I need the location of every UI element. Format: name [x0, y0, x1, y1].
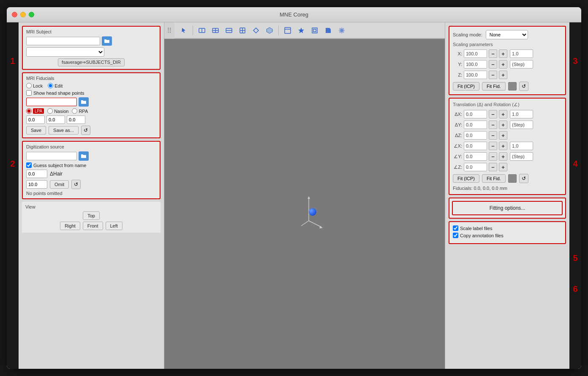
svg-marker-16	[308, 196, 310, 199]
translation-fit-icp-button[interactable]: Fit (ICP)	[453, 174, 479, 183]
save-as-button[interactable]: Save as...	[49, 126, 79, 134]
z-coord-input[interactable]	[67, 115, 85, 124]
subject-input[interactable]	[26, 37, 100, 45]
ry-plus[interactable]: +	[499, 152, 507, 161]
y-scaling-input[interactable]	[464, 60, 487, 69]
rx-step[interactable]	[510, 142, 533, 150]
cursor-tool-button[interactable]	[178, 25, 190, 36]
omit-row: Omit ↺	[26, 180, 156, 189]
x-scaling-minus[interactable]: −	[489, 49, 497, 58]
close-button[interactable]	[12, 12, 17, 17]
omit-button[interactable]: Omit	[50, 180, 69, 189]
edit-radio-item: Edit	[48, 83, 63, 88]
top-view-button[interactable]: Top	[83, 211, 100, 220]
digitization-file-input[interactable]	[26, 152, 77, 160]
save-button[interactable]: Save	[26, 126, 46, 134]
toolbar-save-button[interactable]	[322, 25, 334, 36]
digitization-folder-button[interactable]	[79, 151, 89, 161]
omit-value-input[interactable]	[26, 180, 47, 189]
scaling-fit-fid-button[interactable]: Fit Fid.	[482, 82, 506, 91]
maximize-button[interactable]	[29, 12, 34, 17]
z-scaling-input[interactable]	[464, 71, 487, 79]
rpa-label: RPA	[79, 109, 88, 114]
dx-minus[interactable]: −	[489, 110, 497, 118]
dx-plus[interactable]: +	[499, 110, 507, 118]
head-indicator	[309, 208, 316, 216]
translation-reset-button[interactable]: ↺	[519, 174, 528, 183]
toolbar-frame-button[interactable]	[309, 25, 321, 36]
dx-input[interactable]	[464, 110, 487, 118]
dy-plus[interactable]: +	[499, 121, 507, 129]
lpa-radio[interactable]	[26, 108, 32, 114]
scaling-fit-icp-button[interactable]: Fit (ICP)	[453, 82, 479, 91]
left-view-button[interactable]: Left	[106, 222, 122, 230]
subject-folder-button[interactable]	[102, 36, 112, 46]
titlebar: MNE Coreg	[7, 7, 581, 22]
lock-label: Lock	[33, 83, 43, 88]
delta-hair-input[interactable]	[26, 170, 47, 178]
ry-step[interactable]	[510, 152, 533, 161]
toolbar-panel-button[interactable]	[282, 25, 294, 36]
x-scaling-input[interactable]	[464, 49, 487, 58]
toolbar-3d-button[interactable]	[264, 25, 275, 36]
toolbar-star-button[interactable]	[295, 25, 307, 36]
toolbar-view4-button[interactable]	[237, 25, 248, 36]
nasion-radio[interactable]	[47, 108, 53, 114]
rx-plus[interactable]: +	[499, 142, 507, 150]
guess-subject-checkbox[interactable]	[26, 162, 32, 168]
toolbar-settings-button[interactable]	[336, 25, 348, 36]
front-view-button[interactable]: Front	[83, 222, 103, 230]
show-head-shape-checkbox[interactable]	[26, 90, 32, 96]
toolbar-view3-button[interactable]	[223, 25, 235, 36]
x-coord-input[interactable]	[26, 115, 45, 124]
view-buttons-row: Right Front Left	[25, 222, 157, 230]
dy-minus[interactable]: −	[489, 121, 497, 129]
link-button[interactable]: fsaverage⇒SUBJECTS_DIR	[58, 58, 125, 66]
fitting-options-button[interactable]: Fitting options...	[452, 201, 563, 215]
scaling-mode-select[interactable]: None 1 parameter 3 parameters	[486, 30, 528, 39]
rz-minus[interactable]: −	[489, 163, 497, 171]
y-scaling-plus[interactable]: +	[499, 60, 507, 69]
dy-step[interactable]	[510, 121, 533, 129]
toolbar-view1-button[interactable]	[196, 25, 208, 36]
dy-input[interactable]	[464, 121, 487, 129]
view-section: View Top Right Front Left	[22, 202, 161, 233]
toolbar-view2-button[interactable]	[210, 25, 221, 36]
dz-input[interactable]	[464, 131, 487, 140]
scaling-stop-button[interactable]	[508, 82, 517, 91]
rz-input[interactable]	[464, 163, 487, 171]
dx-step[interactable]	[510, 110, 533, 118]
rpa-radio[interactable]	[72, 108, 77, 114]
ry-minus[interactable]: −	[489, 152, 497, 161]
rz-plus[interactable]: +	[499, 163, 507, 171]
translation-fit-fid-button[interactable]: Fit Fid.	[482, 174, 506, 183]
scale-label-files-checkbox[interactable]	[453, 225, 458, 231]
z-scaling-plus[interactable]: +	[499, 71, 507, 79]
rx-input[interactable]	[464, 142, 487, 150]
right-view-button[interactable]: Right	[60, 222, 80, 230]
y-scaling-minus[interactable]: −	[489, 60, 497, 69]
copy-annotation-checkbox[interactable]	[453, 233, 458, 238]
translation-stop-button[interactable]	[508, 174, 517, 183]
lock-radio[interactable]	[26, 83, 32, 88]
ry-input[interactable]	[464, 152, 487, 161]
rx-minus[interactable]: −	[489, 142, 497, 150]
x-scaling-plus[interactable]: +	[499, 49, 507, 58]
fiducial-file-input[interactable]	[26, 98, 77, 106]
z-scaling-minus[interactable]: −	[489, 71, 497, 79]
reset-fiducials-button[interactable]: ↺	[81, 126, 90, 135]
dz-plus[interactable]: +	[499, 131, 507, 140]
dz-minus[interactable]: −	[489, 131, 497, 140]
y-scaling-step[interactable]	[510, 60, 533, 69]
y-coord-input[interactable]	[46, 115, 65, 124]
toolbar-view5-button[interactable]	[250, 25, 262, 36]
svg-rect-13	[312, 28, 317, 33]
reset-omit-button[interactable]: ↺	[71, 180, 81, 189]
delta-hair-label: ΔHair	[50, 171, 63, 177]
scaling-reset-button[interactable]: ↺	[519, 82, 528, 91]
minimize-button[interactable]	[20, 12, 26, 17]
edit-radio[interactable]	[48, 83, 53, 88]
x-scaling-step[interactable]	[510, 49, 533, 58]
fiducial-folder-button[interactable]	[79, 97, 89, 107]
subjects-dir-select[interactable]	[26, 47, 104, 57]
